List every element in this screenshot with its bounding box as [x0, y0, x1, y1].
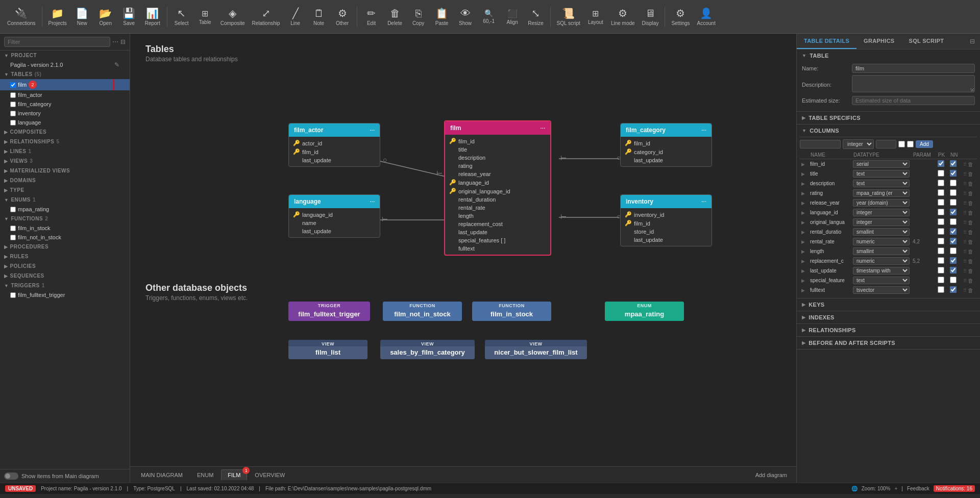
col-pk-checkbox-11[interactable]	[938, 267, 944, 273]
col-pk-6[interactable]	[936, 217, 948, 227]
inventory-menu-icon[interactable]: ⋯	[701, 199, 706, 205]
tab-overview[interactable]: OVERVIEW	[248, 469, 291, 480]
col-datatype-4[interactable]: year (domain)	[851, 198, 911, 208]
col-datatype-select-11[interactable]: timestamp with	[853, 267, 910, 275]
sidebar-section-functions[interactable]: ▼ FUNCTIONS 2	[0, 214, 130, 223]
col-nn-checkbox-6[interactable]	[950, 218, 957, 225]
col-nn-7[interactable]	[948, 227, 962, 237]
add-column-button[interactable]: Add	[916, 140, 933, 148]
col-nn-0[interactable]	[948, 159, 962, 169]
sidebar-section-composites[interactable]: ▶ COMPOSITES	[0, 127, 130, 137]
toolbar-projects[interactable]: 📁 Projects	[45, 2, 70, 32]
col-expand-13[interactable]: ▶	[800, 285, 808, 295]
sidebar-item-mpaa-rating[interactable]: mpaa_rating ⋯	[0, 205, 130, 214]
toolbar-delete[interactable]: 🗑 Delete	[384, 2, 406, 32]
edit-description-icon[interactable]: ✎	[970, 87, 974, 93]
toolbar-layout[interactable]: ⊞ Layout	[584, 2, 607, 32]
canvas-content[interactable]: ⊢ ○ ⊢ ○ ⊢ ⊢ ○ Tables Database tables and…	[130, 34, 796, 466]
toolbar-table[interactable]: ⊞ Table	[194, 2, 216, 32]
rp-estimated-size-input[interactable]	[852, 96, 975, 105]
col-nn-6[interactable]	[948, 217, 962, 227]
col-datatype-11[interactable]: timestamp with	[851, 266, 911, 276]
delete-col-icon-0[interactable]: 🗑	[968, 161, 973, 167]
col-expand-12[interactable]: ▶	[800, 276, 808, 285]
rp-name-input[interactable]	[852, 64, 975, 73]
new-col-pk-checkbox[interactable]	[898, 141, 905, 147]
sidebar-item-film[interactable]: film 2 ⋯	[0, 79, 130, 90]
col-datatype-select-3[interactable]: mpaa_rating (er	[853, 189, 910, 197]
drag-icon-3[interactable]: ⠿	[963, 191, 967, 196]
col-datatype-7[interactable]: smallint	[851, 227, 911, 237]
toolbar-composite[interactable]: ◈ Composite	[217, 2, 248, 32]
toolbar-report[interactable]: 📊 Report	[141, 2, 164, 32]
table-film-category[interactable]: film_category ⋯ 🔑film_id 🔑category_id la…	[620, 123, 712, 167]
sidebar-item-language[interactable]: language ⋯	[0, 118, 130, 127]
rp-tab-table-details[interactable]: TABLE DETAILS	[797, 34, 856, 49]
col-nn-checkbox-0[interactable]	[950, 160, 957, 167]
rp-tab-graphics[interactable]: GRAPHICS	[856, 34, 901, 49]
toolbar-resize[interactable]: ⤡ Resize	[525, 2, 547, 32]
delete-col-icon-1[interactable]: 🗑	[968, 171, 973, 177]
col-nn-checkbox-4[interactable]	[950, 199, 957, 206]
delete-col-icon-4[interactable]: 🗑	[968, 200, 973, 206]
col-nn-checkbox-9[interactable]	[950, 247, 957, 254]
sidebar-options-icon[interactable]: ⋯	[112, 38, 118, 45]
col-nn-5[interactable]	[948, 208, 962, 217]
sidebar-section-triggers[interactable]: ▼ TRIGGERS 1	[0, 281, 130, 290]
col-pk-checkbox-7[interactable]	[938, 228, 944, 235]
toolbar-edit[interactable]: ✏ Edit	[360, 2, 383, 32]
col-datatype-select-12[interactable]: text	[853, 277, 910, 284]
sidebar-item-film-category[interactable]: film_category ⋯	[0, 99, 130, 109]
col-datatype-select-7[interactable]: smallint	[853, 228, 910, 236]
col-nn-checkbox-12[interactable]	[950, 277, 957, 283]
sidebar-section-type[interactable]: ▶ TYPE	[0, 185, 130, 195]
table-film-actor[interactable]: film_actor ⋯ 🔑actor_id 🔑film_id last_upd…	[288, 123, 380, 167]
col-nn-2[interactable]	[948, 179, 962, 188]
col-datatype-select-2[interactable]: text	[853, 180, 910, 187]
col-pk-2[interactable]	[936, 179, 948, 188]
delete-col-icon-8[interactable]: 🗑	[968, 239, 973, 245]
object-film-in-stock[interactable]: FUNCTION film_in_stock	[472, 302, 551, 321]
toolbar-sql-script[interactable]: 📜 SQL script	[554, 2, 583, 32]
rp-section-table-header[interactable]: ▼ TABLE	[797, 49, 980, 62]
col-pk-5[interactable]	[936, 208, 948, 217]
sidebar-section-project[interactable]: ▼ PROJECT	[0, 51, 130, 60]
rp-section-specifics-header[interactable]: ▶ TABLE SPECIFICS	[797, 112, 980, 124]
language-checkbox[interactable]	[10, 120, 16, 126]
toolbar-display[interactable]: 🖥 Display	[639, 2, 662, 32]
col-expand-1[interactable]: ▶	[800, 169, 808, 179]
sidebar-section-policies[interactable]: ▶ POLICIES	[0, 261, 130, 271]
col-nn-checkbox-5[interactable]	[950, 209, 957, 215]
film-in-stock-checkbox[interactable]	[10, 226, 16, 231]
rp-section-before-after-header[interactable]: ▶ BEFORE AND AFTER SCRIPTS	[797, 337, 980, 349]
col-nn-9[interactable]	[948, 246, 962, 256]
col-datatype-select-5[interactable]: integer	[853, 209, 910, 216]
delete-col-icon-6[interactable]: 🗑	[968, 219, 973, 226]
drag-icon-1[interactable]: ⠿	[963, 171, 967, 177]
toolbar-line[interactable]: ╱ Line	[284, 2, 307, 32]
toolbar-other[interactable]: ⚙ Other	[331, 2, 354, 32]
col-pk-checkbox-6[interactable]	[938, 218, 944, 225]
show-from-main-toggle[interactable]	[4, 472, 18, 480]
delete-col-icon-7[interactable]: 🗑	[968, 229, 973, 235]
col-expand-9[interactable]: ▶	[800, 246, 808, 256]
col-pk-checkbox-12[interactable]	[938, 277, 944, 283]
inventory-checkbox[interactable]	[10, 111, 16, 116]
sidebar-item-film-in-stock[interactable]: film_in_stock ⋯	[0, 223, 130, 233]
sidebar-section-domains[interactable]: ▶ DOMAINS	[0, 176, 130, 185]
new-col-name-input[interactable]	[800, 140, 841, 148]
toolbar-relationship[interactable]: ⤢ Relationship	[249, 2, 283, 32]
delete-col-icon-11[interactable]: 🗑	[968, 268, 973, 274]
sidebar-section-mat-views[interactable]: ▶ MATERIALIZED VIEWS	[0, 166, 130, 176]
col-nn-13[interactable]	[948, 285, 962, 295]
col-datatype-select-1[interactable]: text	[853, 170, 910, 178]
col-pk-1[interactable]	[936, 169, 948, 179]
col-pk-checkbox-9[interactable]	[938, 247, 944, 254]
col-datatype-0[interactable]: serial	[851, 159, 911, 169]
status-zoom-plus-icon[interactable]: +	[894, 486, 897, 491]
col-pk-checkbox-0[interactable]	[938, 160, 944, 167]
col-datatype-13[interactable]: tsvector	[851, 285, 911, 295]
drag-icon-7[interactable]: ⠿	[963, 230, 967, 235]
film-checkbox[interactable]	[10, 82, 16, 88]
drag-icon-11[interactable]: ⠿	[963, 268, 967, 274]
